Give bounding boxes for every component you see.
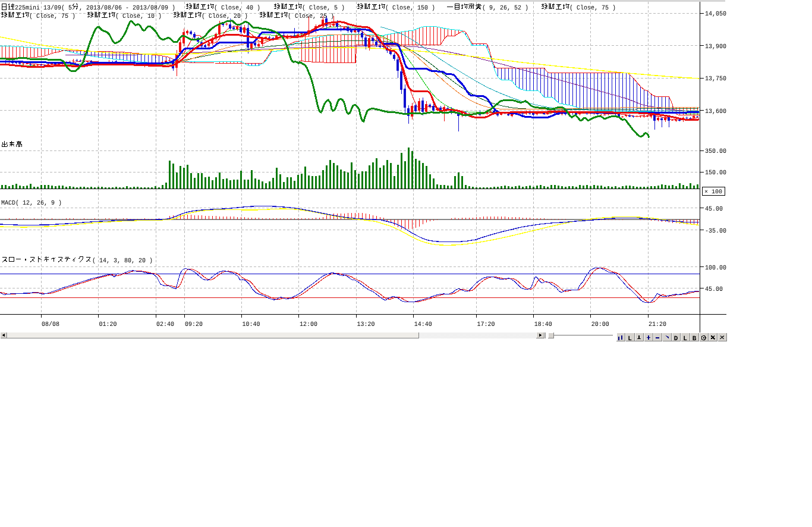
svg-text:18:40: 18:40: [534, 321, 552, 328]
svg-text:( Close, 75 ): ( Close, 75 ): [569, 5, 616, 12]
svg-text:01:20: 01:20: [99, 321, 117, 328]
svg-text:20:00: 20:00: [591, 321, 609, 328]
svg-text:MACD( 12, 26, 9 ): MACD( 12, 26, 9 ): [1, 200, 62, 207]
svg-text:L: L: [628, 335, 632, 343]
svg-text:L: L: [683, 335, 687, 343]
svg-text:( Close, 20 ): ( Close, 20 ): [202, 13, 248, 20]
svg-text:( Close, 40 ): ( Close, 40 ): [214, 5, 260, 12]
svg-text:( Close, 5 ): ( Close, 5 ): [302, 5, 345, 12]
svg-text:( Close, 25 ): ( Close, 25 ): [288, 13, 334, 20]
svg-text:13,600: 13,600: [705, 108, 726, 115]
svg-text:, 2013/08/06 - 2013/08/09 ): , 2013/08/06 - 2013/08/09 ): [79, 5, 175, 12]
svg-text:( 9, 26, 52 ): ( 9, 26, 52 ): [482, 5, 528, 12]
svg-text:14:40: 14:40: [414, 321, 432, 328]
svg-text:100.00: 100.00: [705, 265, 726, 272]
svg-text:× 100: × 100: [704, 189, 722, 196]
svg-text:( Close, 10 ): ( Close, 10 ): [115, 13, 162, 20]
svg-text:( Close, 150 ): ( Close, 150 ): [385, 5, 435, 12]
svg-text:( 14, 3, 80, 20 ): ( 14, 3, 80, 20 ): [92, 258, 153, 265]
svg-text:02:40: 02:40: [156, 321, 174, 328]
svg-text:-35.00: -35.00: [705, 228, 726, 235]
svg-text:150.00: 150.00: [705, 170, 726, 177]
svg-text:10:40: 10:40: [242, 321, 260, 328]
svg-text:D: D: [674, 335, 678, 343]
svg-text:( Close, 75 ): ( Close, 75 ): [29, 13, 75, 20]
svg-text:45.00: 45.00: [705, 206, 723, 213]
svg-text:14,050: 14,050: [705, 11, 726, 18]
svg-text:13,900: 13,900: [705, 43, 726, 51]
svg-text:45.00: 45.00: [705, 286, 723, 293]
svg-text:21:20: 21:20: [649, 321, 666, 328]
svg-text:B: B: [693, 335, 697, 343]
svg-text:09:20: 09:20: [185, 321, 203, 328]
svg-text:12:00: 12:00: [300, 321, 317, 328]
svg-text:13/09( 5: 13/09( 5: [43, 5, 72, 12]
svg-text:225mini: 225mini: [15, 5, 40, 12]
svg-text:08/08: 08/08: [42, 321, 59, 328]
svg-text:350.00: 350.00: [705, 148, 726, 155]
svg-text:17:20: 17:20: [477, 321, 495, 328]
svg-text:13,750: 13,750: [705, 76, 726, 83]
svg-text:13:20: 13:20: [357, 321, 374, 328]
